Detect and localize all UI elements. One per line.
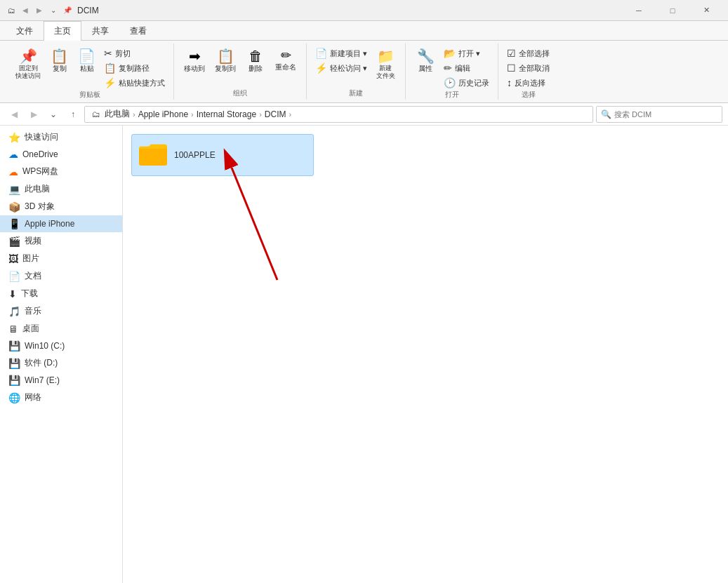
copy-path-button[interactable]: 📋 复制路径: [101, 61, 168, 75]
tab-file[interactable]: 文件: [6, 21, 44, 41]
path-sep-3: ›: [259, 110, 262, 119]
select-all-button[interactable]: ☑ 全部选择: [504, 46, 552, 60]
ribbon-content: 📌 固定到快速访问 📋 复制 📄 粘贴 ✂ 剪切: [0, 41, 728, 102]
up-button[interactable]: ⌄: [45, 106, 62, 123]
history-button[interactable]: 🕑 历史记录: [441, 76, 492, 90]
title-bar-controls: ─ □ ✕: [623, 0, 722, 21]
content-area: 100APPLE: [123, 126, 728, 583]
path-sep-2: ›: [191, 110, 194, 119]
title-bar: 🗂 ◀ ▶ ⌄ 📌 DCIM ─ □ ✕: [0, 0, 728, 21]
back-icon[interactable]: ◀: [20, 5, 31, 16]
folder-grid: 100APPLE: [131, 134, 720, 176]
invert-select-button[interactable]: ↕ 反向选择: [504, 76, 552, 90]
folder-item-100apple[interactable]: 100APPLE: [131, 134, 314, 176]
tab-view[interactable]: 查看: [119, 21, 157, 41]
delete-label: 删除: [249, 65, 263, 73]
annotation-arrow: [123, 126, 728, 583]
open-col: 📂 打开 ▾ ✏ 编辑 🕑 历史记录: [441, 46, 492, 90]
sidebar-item-3d[interactable]: 📦 3D 对象: [0, 198, 122, 215]
select-items: ☑ 全部选择 ☐ 全部取消 ↕ 反向选择: [504, 43, 552, 90]
sidebar-item-music[interactable]: 🎵 音乐: [0, 302, 122, 320]
sidebar-item-videos[interactable]: 🎬 视频: [0, 232, 122, 250]
open-button[interactable]: 📂 打开 ▾: [441, 46, 492, 60]
paste-shortcut-button[interactable]: ⚡ 粘贴快捷方式: [101, 76, 168, 90]
sidebar-label-3d: 3D 对象: [25, 201, 55, 213]
pin-to-quickaccess-button[interactable]: 📌 固定到快速访问: [11, 46, 45, 83]
organize-group-label: 组织: [233, 88, 247, 100]
edit-label: 编辑: [455, 63, 470, 74]
edit-button[interactable]: ✏ 编辑: [441, 61, 492, 75]
parent-dir-button[interactable]: ↑: [65, 106, 81, 123]
tab-home[interactable]: 主页: [44, 21, 81, 41]
new-folder-button[interactable]: 📁 新建文件夹: [371, 46, 399, 83]
rename-button[interactable]: ✏ 重命名: [271, 46, 300, 74]
copy-to-button[interactable]: 📋 复制到: [211, 46, 240, 76]
video-icon: 🎬: [8, 236, 20, 247]
sidebar-item-onedrive[interactable]: ☁ OneDrive: [0, 146, 122, 163]
sidebar-label-desktop: 桌面: [22, 323, 39, 335]
clipboard-group-label: 剪贴板: [79, 90, 100, 101]
3d-icon: 📦: [8, 201, 20, 213]
forward-icon[interactable]: ▶: [34, 5, 45, 16]
sidebar-item-software[interactable]: 💾 软件 (D:): [0, 354, 122, 372]
delete-button[interactable]: 🗑 删除: [241, 46, 270, 76]
forward-button[interactable]: ▶: [25, 106, 42, 123]
pin-icon[interactable]: 📌: [62, 5, 73, 16]
paste-label: 粘贴: [80, 65, 94, 73]
path-iphone[interactable]: Apple iPhone: [138, 109, 188, 119]
sidebar-label-iphone: Apple iPhone: [25, 219, 74, 229]
search-box[interactable]: 🔍: [596, 106, 722, 123]
maximize-button[interactable]: □: [656, 0, 689, 21]
search-input[interactable]: [614, 110, 713, 119]
sidebar-item-network[interactable]: 🌐 网络: [0, 389, 122, 406]
pin-icon: 📌: [20, 49, 37, 63]
move-to-button[interactable]: ➡ 移动到: [180, 46, 209, 76]
ribbon-group-select: ☑ 全部选择 ☐ 全部取消 ↕ 反向选择 选择: [498, 43, 558, 100]
paste-icon: 📄: [78, 49, 95, 63]
sidebar-item-wps[interactable]: ☁ WPS网盘: [0, 163, 122, 180]
pc-icon: 💻: [8, 184, 20, 195]
close-button[interactable]: ✕: [690, 0, 722, 21]
select-all-label: 全部选择: [519, 48, 550, 59]
sidebar-item-docs[interactable]: 📄 文档: [0, 267, 122, 285]
recent-icon[interactable]: ⌄: [48, 5, 59, 16]
sidebar-label-thispc: 此电脑: [25, 183, 50, 195]
history-icon: 🕑: [444, 77, 456, 88]
download-icon: ⬇: [8, 288, 17, 300]
sidebar-item-quickaccess[interactable]: ⭐ 快速访问: [0, 128, 122, 146]
sidebar-label-videos: 视频: [25, 235, 41, 247]
back-button[interactable]: ◀: [6, 106, 22, 123]
path-storage[interactable]: Internal Storage: [197, 109, 256, 119]
drive-e-icon: 💾: [8, 375, 20, 386]
sidebar-item-downloads[interactable]: ⬇ 下载: [0, 285, 122, 302]
svg-line-1: [232, 168, 277, 280]
minimize-button[interactable]: ─: [623, 0, 655, 21]
sidebar-item-iphone[interactable]: 📱 Apple iPhone: [0, 215, 122, 232]
new-item-button[interactable]: 📄 新建项目 ▾: [312, 46, 370, 60]
copy-button[interactable]: 📋 复制: [46, 46, 72, 76]
properties-button[interactable]: 🔧 属性: [411, 46, 439, 76]
sidebar-item-desktop[interactable]: 🖥 桌面: [0, 320, 122, 337]
select-none-button[interactable]: ☐ 全部取消: [504, 61, 552, 75]
sidebar-item-win7[interactable]: 💾 Win7 (E:): [0, 372, 122, 389]
properties-icon: 🔧: [417, 49, 435, 63]
sidebar-label-downloads: 下载: [21, 288, 38, 300]
folder-icon: 🗂: [91, 109, 102, 120]
paste-button[interactable]: 📄 粘贴: [74, 46, 100, 76]
select-all-icon: ☑: [507, 48, 516, 59]
cut-button[interactable]: ✂ 剪切: [101, 46, 168, 60]
sidebar-label-music: 音乐: [25, 305, 41, 317]
path-pc[interactable]: 此电脑: [105, 108, 130, 120]
sidebar-item-thispc[interactable]: 💻 此电脑: [0, 180, 122, 198]
tab-share[interactable]: 共享: [81, 21, 119, 41]
easy-access-button[interactable]: ⚡ 轻松访问 ▾: [312, 61, 370, 75]
cut-icon: ✂: [104, 48, 112, 59]
music-icon: 🎵: [8, 306, 20, 317]
app-icon: 🗂: [6, 5, 17, 16]
sidebar-label-network: 网络: [25, 391, 41, 403]
address-path[interactable]: 🗂 此电脑 › Apple iPhone › Internal Storage …: [84, 106, 593, 123]
copy-path-label: 复制路径: [119, 63, 150, 74]
path-current[interactable]: DCIM: [265, 109, 286, 119]
sidebar-item-win10[interactable]: 💾 Win10 (C:): [0, 337, 122, 354]
sidebar-item-pictures[interactable]: 🖼 图片: [0, 250, 122, 267]
